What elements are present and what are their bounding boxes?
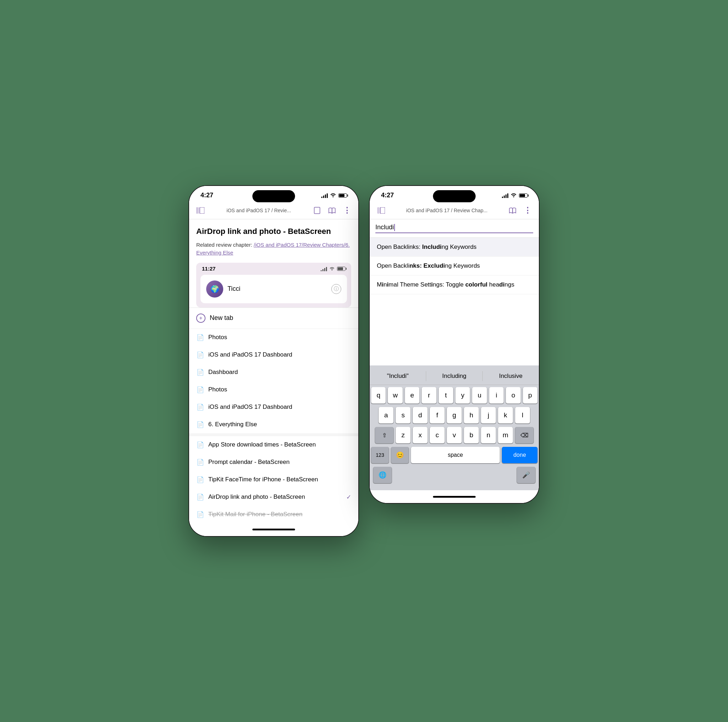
doc-icon-3: 📄 — [196, 369, 204, 376]
article-title: AirDrop link and photo - BetaScreen — [196, 226, 351, 237]
key-backspace[interactable]: ⌫ — [515, 427, 534, 443]
tab-item-airdrop[interactable]: 📄 AirDrop link and photo - BetaScreen ✓ — [189, 488, 358, 506]
key-i[interactable]: i — [489, 387, 504, 404]
suggestion-item-2[interactable]: Open Backlinks: Excluding Keywords — [370, 257, 539, 275]
key-s[interactable]: s — [396, 407, 411, 424]
left-phone: 4:27 — [188, 185, 359, 537]
keyboard-rows: q w e r t y u i o p a s — [370, 385, 539, 490]
key-w[interactable]: w — [388, 387, 402, 404]
doc-icon-1: 📄 — [196, 334, 204, 341]
screenshot-battery — [337, 267, 346, 271]
key-globe[interactable]: 🌐 — [373, 467, 392, 483]
doc-icon-9: 📄 — [196, 476, 204, 483]
screenshot-status-bar: 11:27 — [196, 263, 351, 275]
sidebar-icon-right[interactable] — [375, 205, 387, 216]
doc-icon-10: 📄 — [196, 493, 204, 501]
sidebar-icon-left[interactable] — [195, 205, 206, 216]
key-c[interactable]: c — [430, 427, 445, 443]
book-nav-icon-right[interactable] — [507, 205, 518, 216]
tab-item-tipkit-mail[interactable]: 📄 TipKit Mail for iPhone - BetaScreen — [189, 506, 358, 523]
new-tab-row[interactable]: + New tab — [189, 308, 358, 329]
key-a[interactable]: a — [379, 407, 393, 424]
dynamic-island-left — [252, 190, 295, 202]
tab-item-appstore[interactable]: 📄 App Store download times - BetaScreen — [189, 436, 358, 454]
home-indicator-left — [189, 523, 358, 536]
key-done[interactable]: done — [502, 447, 537, 463]
svg-rect-1 — [200, 207, 204, 214]
status-bar-left: 4:27 — [189, 186, 358, 202]
screenshot-time: 11:27 — [202, 266, 216, 272]
signal-icon-left — [321, 193, 328, 198]
key-u[interactable]: u — [472, 387, 486, 404]
key-z[interactable]: z — [396, 427, 411, 443]
key-g[interactable]: g — [447, 407, 462, 424]
key-f[interactable]: f — [430, 407, 445, 424]
tab-item-photos2[interactable]: 📄 Photos — [189, 381, 358, 399]
more-nav-icon-left[interactable]: ⋮ — [341, 205, 353, 216]
book-nav-icon-left[interactable] — [326, 205, 338, 216]
status-bar-right: 4:27 — [370, 186, 539, 202]
key-r[interactable]: r — [422, 387, 436, 404]
key-mic[interactable]: 🎤 — [517, 467, 535, 483]
suggestion-item-1[interactable]: Open Backlinks: Including Keywords — [370, 238, 539, 257]
key-o[interactable]: o — [506, 387, 520, 404]
key-space[interactable]: space — [411, 447, 500, 463]
key-row-2: a s d f g h j k l — [371, 407, 537, 424]
key-b[interactable]: b — [464, 427, 479, 443]
screenshot-content: 🌍 Ticci ⓘ — [200, 275, 347, 303]
battery-icon-left — [338, 193, 347, 198]
key-h[interactable]: h — [464, 407, 479, 424]
tab-item-prompt[interactable]: 📄 Prompt calendar - BetaScreen — [189, 454, 358, 471]
autocomplete-quoted[interactable]: "Includi" — [370, 371, 426, 381]
svg-rect-5 — [380, 207, 385, 214]
status-icons-right — [502, 192, 528, 199]
search-query: Includi — [375, 223, 394, 231]
time-right: 4:27 — [381, 191, 394, 199]
doc-icon-5: 📄 — [196, 404, 204, 411]
suggestion-item-3[interactable]: Minimal Theme Settings: Toggle colorful … — [370, 275, 539, 294]
key-v[interactable]: v — [447, 427, 462, 443]
home-indicator-right — [370, 490, 539, 503]
tab-overlay: + New tab 📄 Photos 📄 iOS and iPadOS 17 D… — [189, 307, 358, 523]
tab-item-everything-else[interactable]: 📄 6. Everything Else — [189, 416, 358, 433]
key-t[interactable]: t — [439, 387, 453, 404]
key-k[interactable]: k — [498, 407, 513, 424]
key-p[interactable]: p — [523, 387, 537, 404]
tab-item-ios-dashboard2[interactable]: 📄 iOS and iPadOS 17 Dashboard — [189, 399, 358, 416]
svg-rect-0 — [197, 207, 199, 214]
tab-items-section2: 📄 App Store download times - BetaScreen … — [189, 436, 358, 523]
key-row-3: ⇧ z x c v b n m ⌫ — [371, 427, 537, 443]
autocomplete-inclusive[interactable]: Inclusive — [483, 371, 539, 381]
key-d[interactable]: d — [413, 407, 428, 424]
nav-icons-right-right: ⋮ — [507, 205, 533, 216]
key-q[interactable]: q — [371, 387, 386, 404]
info-button[interactable]: ⓘ — [331, 284, 341, 294]
tab-item-tipkit-facetime[interactable]: 📄 TipKit FaceTime for iPhone - BetaScree… — [189, 471, 358, 488]
new-tab-icon: + — [196, 314, 205, 323]
autocomplete-including[interactable]: Including — [426, 371, 483, 381]
tab-item-ios-dashboard1[interactable]: 📄 iOS and iPadOS 17 Dashboard — [189, 346, 358, 364]
screenshot-preview: 11:27 — [196, 263, 351, 307]
key-shift[interactable]: ⇧ — [375, 427, 393, 443]
screenshot-wifi — [329, 266, 335, 272]
more-nav-icon-right[interactable]: ⋮ — [522, 205, 533, 216]
key-x[interactable]: x — [413, 427, 428, 443]
phone-nav-icon[interactable] — [311, 205, 323, 216]
nav-bar-left: iOS and iPadOS 17 / Revie... ⋮ — [189, 202, 358, 219]
avatar: 🌍 — [206, 280, 223, 298]
key-y[interactable]: y — [455, 387, 470, 404]
key-row-1: q w e r t y u i o p — [371, 387, 537, 404]
key-m[interactable]: m — [498, 427, 513, 443]
tab-item-dashboard[interactable]: 📄 Dashboard — [189, 364, 358, 381]
key-j[interactable]: j — [481, 407, 496, 424]
keyboard: "Includi" Including Inclusive q w e r t … — [370, 366, 539, 490]
tab-items-section1: 📄 Photos 📄 iOS and iPadOS 17 Dashboard 📄… — [189, 329, 358, 433]
key-n[interactable]: n — [481, 427, 496, 443]
key-l[interactable]: l — [515, 407, 530, 424]
tab-item-photos1[interactable]: 📄 Photos — [189, 329, 358, 346]
svg-rect-4 — [377, 207, 380, 214]
key-e[interactable]: e — [405, 387, 419, 404]
key-row-4: 123 😊 space done — [371, 447, 537, 463]
key-emoji[interactable]: 😊 — [391, 447, 409, 463]
key-numbers[interactable]: 123 — [371, 447, 389, 463]
